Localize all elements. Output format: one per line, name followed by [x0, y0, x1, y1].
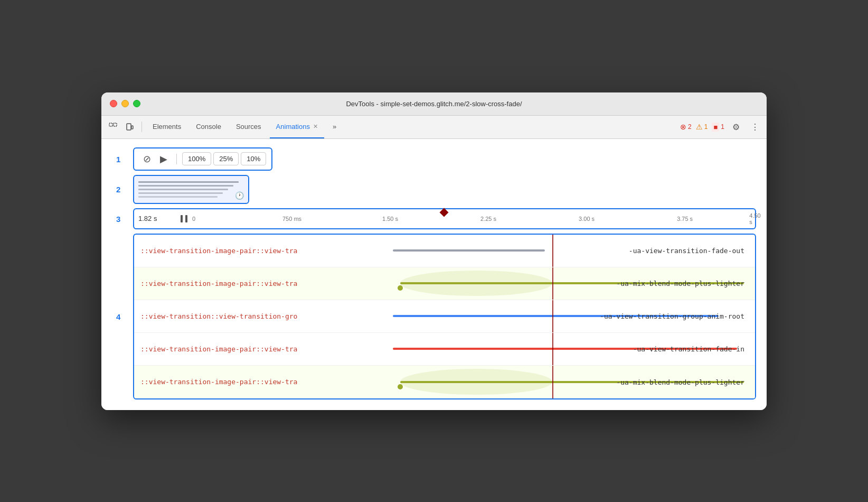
- traffic-lights: [110, 100, 140, 107]
- svg-rect-2: [127, 124, 131, 130]
- toolbar-right: ⊗ 2 ⚠ 1 ■ 1 ⚙ ⋮: [680, 119, 762, 134]
- speed-25-button[interactable]: 25%: [213, 152, 239, 165]
- playhead-line-1: [552, 235, 553, 267]
- anim-label-2: ::view-transition-image-pair::view-tra: [134, 280, 393, 287]
- marker-150s: 1.50 s: [382, 216, 398, 222]
- anim-name-3: -ua-view-transition-group-anim-root: [600, 312, 744, 320]
- devtools-window: DevTools - simple-set-demos.glitch.me/2-…: [101, 92, 767, 410]
- minimize-button[interactable]: [121, 100, 129, 107]
- timeline-section: 3 1.82 s 0 750 ms 1.50 s 2.25 s 3.00 s: [133, 208, 756, 229]
- settings-icon[interactable]: ⚙: [729, 119, 743, 134]
- playhead: [441, 208, 447, 229]
- anim-label-5: ::view-transition-image-pair::view-tra: [134, 378, 393, 386]
- animation-group-item[interactable]: 🕐: [133, 175, 249, 204]
- svg-rect-0: [109, 123, 112, 126]
- anim-row-5[interactable]: ::view-transition-image-pair::view-tra -…: [134, 366, 755, 398]
- tab-animations[interactable]: Animations ✕: [270, 115, 324, 138]
- anim-track-2: -ua-mix-blend-mode-plus-lighter: [393, 267, 755, 300]
- anim-track-5: -ua-mix-blend-mode-plus-lighter: [393, 366, 755, 398]
- info-count[interactable]: ■ 1: [712, 123, 724, 132]
- speed-100-button[interactable]: 100%: [182, 152, 211, 165]
- anim-row-2[interactable]: ::view-transition-image-pair::view-tra -…: [134, 267, 755, 300]
- anim-track-1: -ua-view-transition-fade-out: [393, 235, 755, 267]
- label-4: 4: [116, 312, 120, 321]
- anim-row-1[interactable]: ::view-transition-image-pair::view-tra -…: [134, 235, 755, 267]
- svg-rect-1: [114, 123, 117, 126]
- anim-track-4: -ua-view-transition-fade-in: [393, 333, 755, 365]
- clear-animations-button[interactable]: ⊘: [139, 152, 154, 166]
- close-button[interactable]: [110, 100, 117, 107]
- animation-rows-section: 4 ::view-transition-image-pair::view-tra…: [133, 234, 756, 399]
- anim-label-1: ::view-transition-image-pair::view-tra: [134, 247, 393, 255]
- animation-group-section: 2 🕐: [133, 175, 756, 204]
- play-button[interactable]: ▶: [156, 152, 171, 166]
- anim-name-1: -ua-view-transition-fade-out: [629, 247, 744, 255]
- label-2: 2: [116, 185, 120, 194]
- label-1: 1: [116, 154, 120, 163]
- anim-label-4: ::view-transition-image-pair::view-tra: [134, 345, 393, 353]
- marker-375s: 3.75 s: [677, 216, 693, 222]
- more-options-icon[interactable]: ⋮: [748, 119, 762, 134]
- tab-console[interactable]: Console: [190, 115, 228, 138]
- anim-bar-gray-1: [393, 249, 545, 252]
- svg-rect-3: [131, 126, 133, 129]
- marker-450s: 4.50 s: [749, 212, 760, 225]
- anim-row-4[interactable]: ::view-transition-image-pair::view-tra -…: [134, 333, 755, 366]
- tab-close-icon[interactable]: ✕: [313, 123, 318, 130]
- speed-10-button[interactable]: 10%: [241, 152, 266, 165]
- anim-name-2: -ua-mix-blend-mode-plus-lighter: [616, 280, 744, 287]
- clock-icon: 🕐: [235, 191, 244, 200]
- playhead-line-4: [552, 333, 553, 365]
- anim-dot-5: [398, 384, 403, 389]
- maximize-button[interactable]: [133, 100, 140, 107]
- devtools-body: Elements Console Sources Animations ✕ » …: [101, 116, 767, 410]
- error-count[interactable]: ⊗ 2: [680, 123, 692, 131]
- anim-label-3: ::view-transition::view-transition-gro: [134, 312, 393, 320]
- playhead-line-3: [552, 300, 553, 332]
- device-icon[interactable]: [122, 119, 137, 134]
- current-time: 1.82 s: [138, 215, 181, 222]
- anim-dot-2: [398, 285, 403, 291]
- tab-elements[interactable]: Elements: [146, 115, 187, 138]
- label-3: 3: [116, 214, 120, 223]
- title-bar: DevTools - simple-set-demos.glitch.me/2-…: [101, 92, 767, 116]
- warning-count[interactable]: ⚠ 1: [696, 123, 708, 131]
- playhead-line-2: [552, 267, 553, 300]
- separator: [141, 122, 142, 132]
- marker-750ms: 750 ms: [282, 216, 301, 222]
- animations-panel: 1 ⊘ ▶ 100% 25% 10% 2: [101, 139, 767, 410]
- pause-button[interactable]: [181, 215, 187, 222]
- anim-row-3[interactable]: ::view-transition::view-transition-gro -…: [134, 300, 755, 333]
- more-tabs-button[interactable]: »: [326, 115, 343, 138]
- marker-0: 0: [192, 216, 195, 222]
- controls-section: 1 ⊘ ▶ 100% 25% 10%: [133, 147, 756, 171]
- inspect-icon[interactable]: [106, 119, 120, 134]
- animation-controls: ⊘ ▶ 100% 25% 10%: [133, 147, 272, 171]
- anim-name-5: -ua-mix-blend-mode-plus-lighter: [616, 378, 744, 386]
- animation-preview: [138, 179, 244, 200]
- window-title: DevTools - simple-set-demos.glitch.me/2-…: [346, 100, 522, 108]
- playhead-diamond: [439, 208, 448, 217]
- animation-rows: ::view-transition-image-pair::view-tra -…: [133, 234, 756, 399]
- timeline-header: 1.82 s 0 750 ms 1.50 s 2.25 s 3.00 s 3.7…: [133, 208, 756, 229]
- anim-track-3: -ua-view-transition-group-anim-root: [393, 300, 755, 332]
- anim-name-4: -ua-view-transition-fade-in: [633, 345, 744, 353]
- marker-300s: 3.00 s: [579, 216, 595, 222]
- tab-sources[interactable]: Sources: [230, 115, 268, 138]
- sep: [176, 154, 177, 164]
- playhead-line-5: [552, 366, 553, 398]
- marker-225s: 2.25 s: [480, 216, 496, 222]
- timeline-scale: 0 750 ms 1.50 s 2.25 s 3.00 s 3.75 s 4.5…: [194, 208, 755, 229]
- toolbar: Elements Console Sources Animations ✕ » …: [101, 116, 767, 139]
